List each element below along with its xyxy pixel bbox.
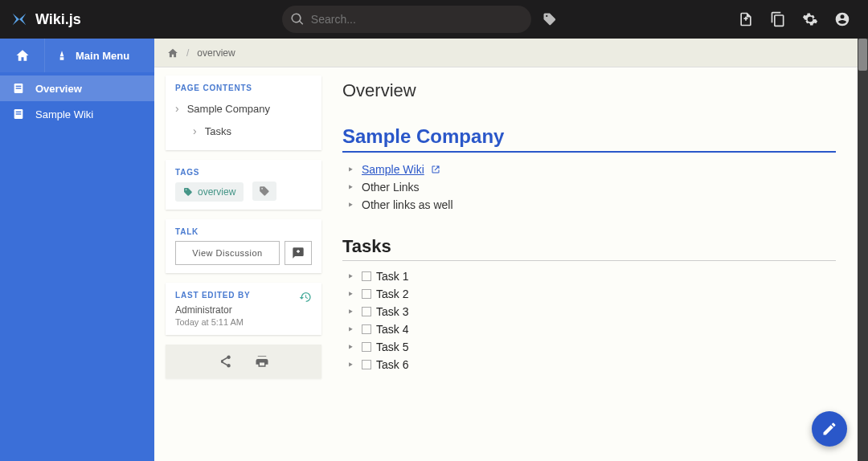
breadcrumb-sep: / — [186, 47, 189, 59]
tag-chip-overview[interactable]: overview — [175, 182, 244, 202]
breadcrumb-current: overview — [197, 47, 235, 59]
view-discussion-button[interactable]: View Discussion — [175, 241, 280, 265]
heading-company: Sample Company — [342, 125, 836, 148]
nav-label: Overview — [35, 83, 82, 95]
share-card — [166, 345, 321, 378]
main-menu-button[interactable]: Main Menu — [45, 39, 154, 72]
links-list: Sample Wiki Other Links Other links as w… — [342, 161, 836, 214]
tasks-list: Task 1 Task 2 Task 3 Task 4 Task 5 Task … — [342, 267, 836, 373]
new-page-button[interactable] — [730, 0, 762, 39]
top-bar: Wiki.js — [0, 0, 868, 39]
main-menu-label: Main Menu — [76, 50, 129, 62]
search-icon — [290, 12, 305, 27]
page-content: Overview Sample Company Sample Wiki Othe… — [328, 67, 868, 461]
sidebar: Main Menu Overview Sample Wiki — [0, 39, 154, 461]
tag-icon — [183, 187, 193, 197]
tags-card: TAGS overview — [166, 160, 321, 210]
task-item: Task 4 — [347, 320, 836, 338]
search-input[interactable] — [282, 6, 531, 33]
page-icon — [11, 107, 26, 121]
svg-rect-2 — [16, 88, 22, 88]
print-button[interactable] — [255, 354, 269, 369]
nav-label: Sample Wiki — [35, 108, 93, 120]
checkbox[interactable] — [362, 342, 371, 352]
svg-rect-4 — [16, 112, 22, 112]
nav-item-overview[interactable]: Overview — [0, 75, 154, 101]
checkbox[interactable] — [362, 324, 371, 334]
checkbox[interactable] — [362, 307, 371, 316]
edited-time: Today at 5:11 AM — [175, 317, 312, 327]
link-sample-wiki[interactable]: Sample Wiki — [362, 163, 424, 176]
tag-icon[interactable] — [542, 12, 557, 27]
toc-card: PAGE CONTENTS › Sample Company › Tasks — [166, 75, 321, 150]
home-button[interactable] — [0, 39, 45, 72]
list-item: Other Links — [347, 178, 836, 196]
scrollbar-thumb[interactable] — [858, 39, 867, 71]
last-edited-card: LAST EDITED BY Administrator Today at 5:… — [166, 283, 321, 335]
toc-text: Tasks — [205, 125, 231, 137]
external-link-icon — [431, 165, 440, 174]
edited-by-name: Administrator — [175, 304, 312, 316]
history-icon[interactable] — [299, 291, 312, 304]
top-actions — [730, 0, 858, 39]
toc-label: PAGE CONTENTS — [175, 84, 312, 92]
page-icon — [11, 81, 26, 96]
new-comment-button[interactable] — [285, 241, 312, 265]
toc-item-tasks[interactable]: › Tasks — [175, 120, 312, 142]
nav-item-sample-wiki[interactable]: Sample Wiki — [0, 101, 154, 127]
list-item: Sample Wiki — [347, 161, 836, 178]
tag-text: overview — [198, 186, 235, 198]
svg-rect-1 — [16, 86, 22, 87]
checkbox[interactable] — [362, 271, 371, 281]
task-item: Task 2 — [347, 285, 836, 303]
toc-item-company[interactable]: › Sample Company — [175, 97, 312, 120]
home-crumb-icon[interactable] — [167, 47, 178, 59]
logo-icon — [10, 10, 29, 29]
edited-label: LAST EDITED BY — [175, 291, 312, 300]
brand[interactable]: Wiki.js — [10, 10, 81, 29]
talk-label: TALK — [175, 227, 312, 236]
task-item: Task 6 — [347, 356, 836, 373]
task-item: Task 3 — [347, 303, 836, 320]
settings-button[interactable] — [794, 0, 826, 39]
toc-text: Sample Company — [187, 103, 270, 115]
svg-rect-5 — [16, 113, 22, 114]
breadcrumb: / overview — [154, 39, 868, 67]
talk-card: TALK View Discussion — [166, 219, 321, 273]
search-box — [282, 6, 531, 33]
tags-label: TAGS — [175, 168, 312, 177]
brand-name: Wiki.js — [35, 11, 81, 28]
page-title: Overview — [342, 80, 836, 101]
checkbox[interactable] — [362, 289, 371, 299]
edit-fab[interactable] — [812, 411, 847, 447]
list-item: Other links as well — [347, 196, 836, 214]
scrollbar[interactable] — [858, 39, 868, 461]
tag-icon — [259, 186, 270, 197]
chevron-right-icon: › — [175, 102, 179, 115]
checkbox[interactable] — [362, 360, 371, 369]
duplicate-button[interactable] — [762, 0, 794, 39]
task-item: Task 5 — [347, 338, 836, 356]
chevron-right-icon: › — [193, 124, 197, 137]
task-item: Task 1 — [347, 267, 836, 285]
side-panels: PAGE CONTENTS › Sample Company › Tasks T… — [154, 67, 328, 461]
share-button[interactable] — [218, 354, 232, 369]
heading-tasks: Tasks — [342, 236, 836, 261]
menu-icon — [56, 50, 68, 61]
add-tag-button[interactable] — [252, 182, 276, 201]
account-button[interactable] — [826, 0, 858, 39]
